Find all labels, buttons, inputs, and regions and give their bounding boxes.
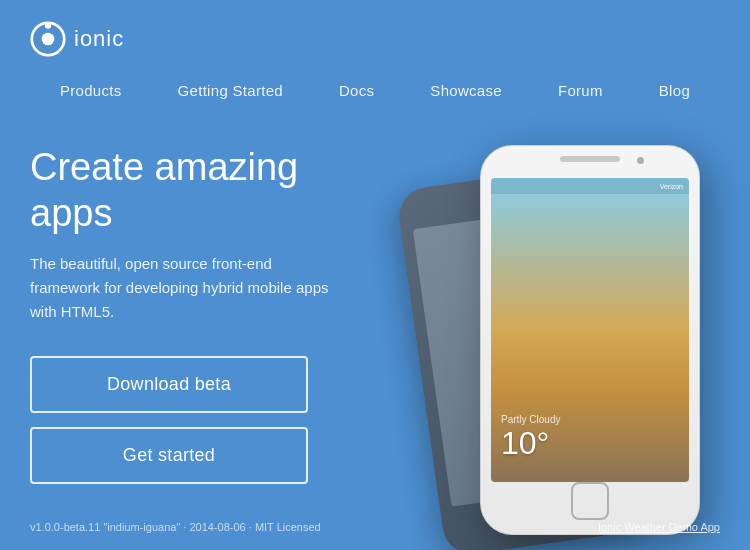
phone-mockup-area: Verizon Partly Cloudy 10° [390, 135, 720, 550]
nav-blog[interactable]: Blog [631, 76, 718, 105]
hero-description: The beautiful, open source front-end fra… [30, 252, 340, 324]
header: ionic [0, 0, 750, 60]
download-beta-button[interactable]: Download beta [30, 356, 308, 413]
phone-camera [637, 157, 644, 164]
logo-area: ionic [30, 21, 124, 57]
phone-screen-content: Partly Cloudy 10° [501, 414, 560, 462]
nav-docs[interactable]: Docs [311, 76, 402, 105]
phone-temperature: 10° [501, 425, 560, 462]
phone-screen: Verizon Partly Cloudy 10° [491, 178, 689, 482]
phone-front: Verizon Partly Cloudy 10° [480, 145, 700, 535]
nav-forum[interactable]: Forum [530, 76, 631, 105]
hero-title: Create amazing apps [30, 145, 390, 236]
nav-showcase[interactable]: Showcase [402, 76, 530, 105]
phone-home-button [571, 482, 609, 520]
version-info: v1.0.0-beta.11 "indium-iguana" · 2014-08… [30, 521, 321, 533]
nav-products[interactable]: Products [32, 76, 150, 105]
phone-speaker [560, 156, 620, 162]
get-started-button[interactable]: Get started [30, 427, 308, 484]
svg-point-2 [45, 22, 51, 28]
ionic-logo-icon [30, 21, 66, 57]
main-nav: Products Getting Started Docs Showcase F… [0, 60, 750, 115]
weather-demo-link[interactable]: Ionic Weather Demo App [598, 521, 720, 533]
nav-getting-started[interactable]: Getting Started [150, 76, 311, 105]
svg-point-1 [42, 33, 55, 46]
logo-text: ionic [74, 26, 124, 52]
phone-status-text: Verizon [660, 183, 683, 190]
phone-weather-label: Partly Cloudy [501, 414, 560, 425]
phone-status-bar: Verizon [491, 178, 689, 194]
hero-section: Create amazing apps The beautiful, open … [0, 115, 750, 545]
hero-content: Create amazing apps The beautiful, open … [30, 135, 390, 484]
